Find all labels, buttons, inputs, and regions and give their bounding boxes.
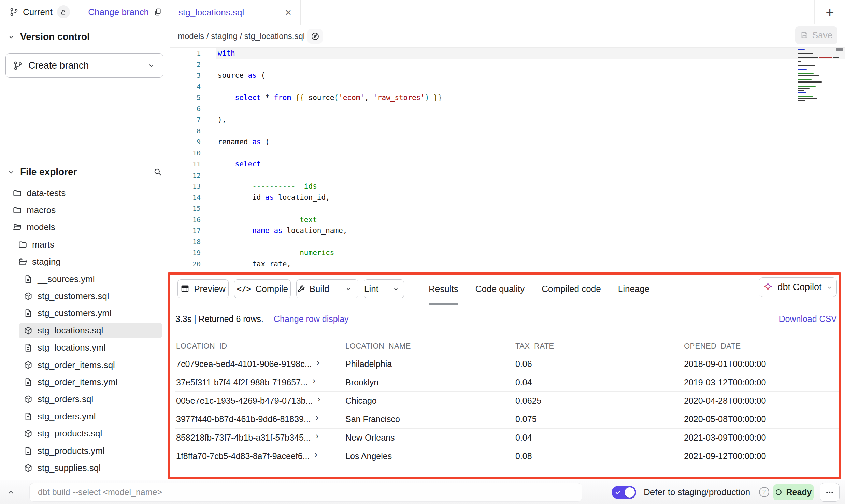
code-line-16: 16 ---------- text [170,214,845,225]
row-expand-icon[interactable]: › [317,394,320,404]
file-item-macros[interactable]: macros [0,202,169,219]
file-item-label: stg_supplies.sql [38,463,101,473]
file-item-marts[interactable]: marts [0,236,169,253]
file-item-label: stg_customers.sql [38,291,109,301]
file-item-stg_customers.sql[interactable]: stg_customers.sql [0,287,169,305]
table-cell: New Orleans [345,429,395,447]
create-branch-dropdown[interactable] [139,54,163,77]
file-icon [24,412,33,421]
branch-lock-icon [57,5,70,18]
code-line-11: 11 select [170,159,845,170]
row-expand-icon[interactable]: › [316,431,318,441]
version-control-header[interactable]: Version control [8,29,162,44]
model-icon [24,463,33,473]
search-icon[interactable] [153,167,162,176]
table-cell: 0.04 [515,373,532,391]
table-cell: 2021-09-12T00:00:00 [684,447,766,465]
copilot-icon [763,282,773,292]
tab-compiled-code[interactable]: Compiled code [542,273,601,305]
code-line-12: 12 [170,170,845,181]
tab-stg-locations-sql[interactable]: stg_locations.sql × [170,0,301,25]
build-label: Build [310,284,329,294]
table-cell: 2020-05-08T00:00:00 [684,410,766,428]
results-meta: 3.3s | Returned 6 rows. [175,305,263,333]
file-item-stg_locations.yml[interactable]: stg_locations.yml [0,339,169,356]
indent-guide [235,170,235,269]
table-cell: 1f8ffa70-7cb5-4d83-8a7f-9aceef6...› [176,447,317,465]
status-circle-icon [775,489,782,496]
create-branch-label: Create branch [28,60,89,71]
tab-code-quality[interactable]: Code quality [475,273,525,305]
copy-icon[interactable] [153,8,162,16]
table-row: 7c079cea-5ed4-4101-906e-9198c...›Philade… [175,355,841,373]
tab-results[interactable]: Results [429,273,458,305]
file-item-stg_customers.yml[interactable]: stg_customers.yml [0,305,169,322]
file-item-stg_orders.sql[interactable]: stg_orders.sql [0,391,169,408]
row-expand-icon[interactable]: › [315,449,317,459]
tab-title: stg_locations.sql [178,7,244,18]
build-button[interactable]: Build [296,279,358,298]
code-line-17: 17 name as location_name, [170,225,845,236]
save-button[interactable]: Save [795,26,837,44]
build-dropdown-chevron-icon[interactable] [339,285,358,292]
table-cell: 0.06 [515,355,532,373]
file-item-stg_locations.sql[interactable]: stg_locations.sql [0,322,169,339]
file-item-stg_order_items.sql[interactable]: stg_order_items.sql [0,356,169,373]
ellipsis-menu-button[interactable] [820,483,840,502]
model-icon [24,429,33,438]
editor-minimap[interactable] [798,49,839,102]
create-branch-button[interactable]: Create branch [5,53,163,78]
defer-toggle[interactable] [612,486,636,499]
dbt-copilot-button[interactable]: dbt Copilot [759,277,837,297]
column-header-tax_rate: TAX_RATE [515,337,554,355]
chevron-up-icon[interactable] [4,486,18,499]
file-explorer-header[interactable]: File explorer [8,164,162,180]
table-cell: 37e5f311-b7f4-4f2f-988b-719657...› [176,373,315,391]
preview-button[interactable]: Preview [177,279,229,298]
table-row: 3977f440-b87d-461b-9dd6-81839...›San Fra… [175,410,841,429]
file-item-stg_products.sql[interactable]: stg_products.sql [0,425,169,442]
file-item-__sources.yml[interactable]: __sources.yml [0,270,169,287]
file-item-stg_products.yml[interactable]: stg_products.yml [0,442,169,459]
file-item-models[interactable]: models [0,219,169,236]
file-item-staging[interactable]: staging [0,253,169,270]
file-item-stg_supplies.sql[interactable]: stg_supplies.sql [0,459,169,476]
file-explorer-title: File explorer [20,166,77,177]
code-line-2: 2 [170,59,845,70]
change-branch-link[interactable]: Change branch [88,7,149,17]
breadcrumb: models / staging / stg_locations.sql [178,24,305,48]
row-expand-icon[interactable]: › [313,376,315,386]
breadcrumb-bar: models / staging / stg_locations.sql [170,24,845,48]
code-line-18: 18 [170,236,845,248]
lint-button[interactable]: Lint [364,279,404,298]
file-item-label: stg_products.yml [38,446,105,456]
compile-button[interactable]: </> Compile [234,279,291,298]
new-tab-button[interactable]: + [815,0,845,24]
table-cell: Chicago [345,392,377,410]
file-item-data-tests[interactable]: data-tests [0,184,169,202]
status-badge[interactable]: Ready [773,484,814,500]
version-control-title: Version control [20,31,90,42]
model-icon [24,292,33,301]
row-expand-icon[interactable]: › [316,413,318,423]
folder-icon [13,189,22,198]
command-input[interactable] [29,483,582,502]
file-item-stg_order_items.yml[interactable]: stg_order_items.yml [0,373,169,390]
results-meta-row: 3.3s | Returned 6 rows. Change row displ… [170,305,845,333]
compile-label: Compile [256,284,288,294]
table-cell: Brooklyn [345,373,378,391]
wrench-icon [297,285,305,293]
tab-lineage[interactable]: Lineage [618,273,650,305]
file-item-stg_orders.yml[interactable]: stg_orders.yml [0,408,169,425]
code-editor[interactable]: 1with23source as (45 select * from {{ so… [170,48,845,273]
lint-dropdown-chevron-icon[interactable] [388,285,404,292]
change-row-display-link[interactable]: Change row display [274,314,349,324]
close-icon[interactable]: × [285,7,291,18]
download-csv-link[interactable]: Download CSV [779,314,837,324]
scrollbar-thumb[interactable] [836,48,843,51]
table-cell: 2020-04-28T00:00:00 [684,392,766,410]
help-icon[interactable]: ? [759,487,769,497]
navigate-icon[interactable] [307,29,323,44]
row-expand-icon[interactable]: › [317,357,319,367]
copilot-chevron-icon [826,284,833,291]
